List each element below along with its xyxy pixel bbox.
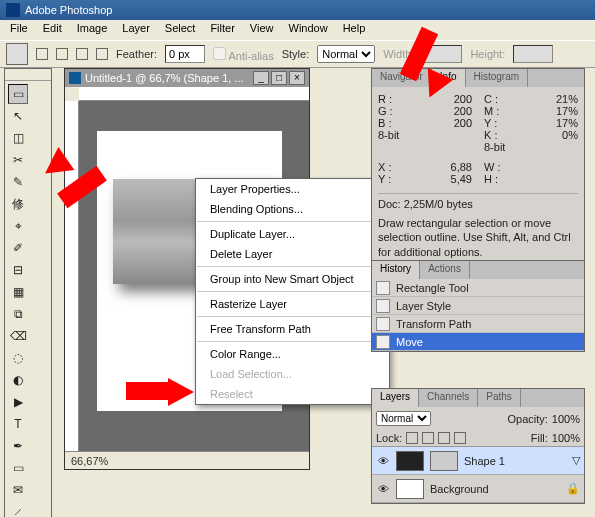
pen-tool[interactable]: ✒	[8, 436, 28, 456]
document-status-bar: 66,67%	[65, 451, 309, 469]
info-hint: Draw rectangular selection or move selec…	[378, 216, 578, 259]
layer-thumbnail[interactable]	[396, 479, 424, 499]
layer-thumbnail[interactable]	[396, 451, 424, 471]
lock-all-icon[interactable]	[454, 432, 466, 444]
context-menu-item[interactable]: Blending Options...	[196, 199, 389, 219]
visibility-eye-icon[interactable]: 👁	[376, 455, 390, 467]
lock-icon: 🔒	[566, 482, 580, 495]
context-menu-item[interactable]: Free Transform Path	[196, 319, 389, 339]
eyedropper-tool[interactable]: ⟋	[8, 502, 28, 517]
context-menu-item[interactable]: Duplicate Layer...	[196, 224, 389, 244]
history-item[interactable]: Rectangle Tool	[372, 279, 584, 297]
effects-indicator-icon[interactable]: ▽	[572, 454, 580, 467]
lock-image-icon[interactable]	[422, 432, 434, 444]
selection-mode-icon[interactable]	[76, 48, 88, 60]
tab-histogram[interactable]: Histogram	[466, 69, 529, 87]
tab-paths[interactable]: Paths	[478, 389, 521, 407]
minimize-button[interactable]: _	[253, 71, 269, 85]
info-mode-a: 8-bit	[378, 129, 399, 141]
eraser-tool[interactable]: ⧉	[8, 304, 28, 324]
history-brush-tool[interactable]: ▦	[8, 282, 28, 302]
context-menu-item[interactable]: Rasterize Layer	[196, 294, 389, 314]
context-menu-item[interactable]: Layer Properties...	[196, 179, 389, 199]
menu-filter[interactable]: Filter	[204, 20, 240, 40]
document-icon	[69, 72, 81, 84]
marquee-tool[interactable]: ▭	[8, 84, 28, 104]
blend-mode-select[interactable]: Normal	[376, 411, 431, 426]
type-tool[interactable]: T	[8, 414, 28, 434]
selection-mode-icon[interactable]	[96, 48, 108, 60]
info-b: 200	[454, 117, 472, 129]
wand-tool[interactable]: ✂	[8, 150, 28, 170]
options-bar: Feather: Anti-alias Style: Normal Width:…	[0, 40, 595, 68]
history-step-icon	[376, 299, 390, 313]
document-titlebar[interactable]: Untitled-1 @ 66,7% (Shape 1, ... _ □ ×	[65, 69, 309, 87]
menu-edit[interactable]: Edit	[37, 20, 68, 40]
info-panel: Navigator Info Histogram R :200 G :200 B…	[371, 68, 585, 266]
context-menu-item[interactable]: Color Range...	[196, 344, 389, 364]
antialias-checkbox	[213, 47, 226, 60]
menu-window[interactable]: Window	[283, 20, 334, 40]
context-menu-item[interactable]: Delete Layer	[196, 244, 389, 264]
antialias-label: Anti-alias	[213, 47, 274, 62]
menu-select[interactable]: Select	[159, 20, 202, 40]
vector-mask-thumbnail[interactable]	[430, 451, 458, 471]
stamp-tool[interactable]: ⊟	[8, 260, 28, 280]
shape-tool[interactable]: ▭	[8, 458, 28, 478]
blur-tool[interactable]: ◌	[8, 348, 28, 368]
ruler-vertical	[65, 101, 79, 451]
menu-help[interactable]: Help	[337, 20, 372, 40]
zoom-readout[interactable]: 66,67%	[71, 455, 108, 467]
close-button[interactable]: ×	[289, 71, 305, 85]
move-tool[interactable]: ↖	[8, 106, 28, 126]
history-panel: History Actions Rectangle ToolLayer Styl…	[371, 260, 585, 352]
tool-grid: ▭ ↖ ◫ ✂ ✎ 修 ⌖ ✐ ⊟ ▦ ⧉ ⌫ ◌ ◐ ▶ T ✒ ▭ ✉ ⟋ …	[5, 81, 51, 517]
layer-row[interactable]: 👁Shape 1▽	[372, 447, 584, 475]
feather-label: Feather:	[116, 48, 157, 60]
layer-name: Shape 1	[464, 455, 505, 467]
maximize-button[interactable]: □	[271, 71, 287, 85]
history-item[interactable]: Move	[372, 333, 584, 351]
tab-actions[interactable]: Actions	[420, 261, 470, 279]
brush-tool[interactable]: ✐	[8, 238, 28, 258]
tab-layers[interactable]: Layers	[372, 389, 419, 407]
crop-tool[interactable]: ✎	[8, 172, 28, 192]
tool-preset-swatch[interactable]	[6, 43, 28, 65]
notes-tool[interactable]: ✉	[8, 480, 28, 500]
layer-row[interactable]: 👁Background🔒	[372, 475, 584, 503]
menu-image[interactable]: Image	[71, 20, 114, 40]
lock-position-icon[interactable]	[438, 432, 450, 444]
heal-tool[interactable]: ⌖	[8, 216, 28, 236]
info-g: 200	[454, 105, 472, 117]
style-label: Style:	[282, 48, 310, 60]
gradient-tool[interactable]: ⌫	[8, 326, 28, 346]
info-c: 21%	[556, 93, 578, 105]
info-k: 0%	[562, 129, 578, 141]
history-step-icon	[376, 317, 390, 331]
menu-layer[interactable]: Layer	[116, 20, 156, 40]
lock-transparent-icon[interactable]	[406, 432, 418, 444]
menu-view[interactable]: View	[244, 20, 280, 40]
toolbox-grip[interactable]	[5, 69, 51, 81]
tab-history[interactable]: History	[372, 261, 420, 279]
tab-channels[interactable]: Channels	[419, 389, 478, 407]
feather-input[interactable]	[165, 45, 205, 63]
visibility-eye-icon[interactable]: 👁	[376, 483, 390, 495]
toolbox: ▭ ↖ ◫ ✂ ✎ 修 ⌖ ✐ ⊟ ▦ ⧉ ⌫ ◌ ◐ ▶ T ✒ ▭ ✉ ⟋ …	[4, 68, 52, 517]
context-menu-item[interactable]: Group into New Smart Object	[196, 269, 389, 289]
lasso-tool[interactable]: ◫	[8, 128, 28, 148]
path-select-tool[interactable]: ▶	[8, 392, 28, 412]
slice-tool[interactable]: 修	[8, 194, 28, 214]
info-y2: 5,49	[451, 173, 472, 185]
info-docsize: Doc: 2,25M/0 bytes	[378, 193, 578, 210]
dodge-tool[interactable]: ◐	[8, 370, 28, 390]
opacity-value[interactable]: 100%	[552, 413, 580, 425]
app-title: Adobe Photoshop	[25, 0, 112, 20]
menu-file[interactable]: File	[4, 20, 34, 40]
selection-mode-icon[interactable]	[56, 48, 68, 60]
style-select[interactable]: Normal	[317, 45, 375, 63]
fill-value[interactable]: 100%	[552, 432, 580, 444]
history-item[interactable]: Transform Path	[372, 315, 584, 333]
selection-mode-icon[interactable]	[36, 48, 48, 60]
history-item[interactable]: Layer Style	[372, 297, 584, 315]
